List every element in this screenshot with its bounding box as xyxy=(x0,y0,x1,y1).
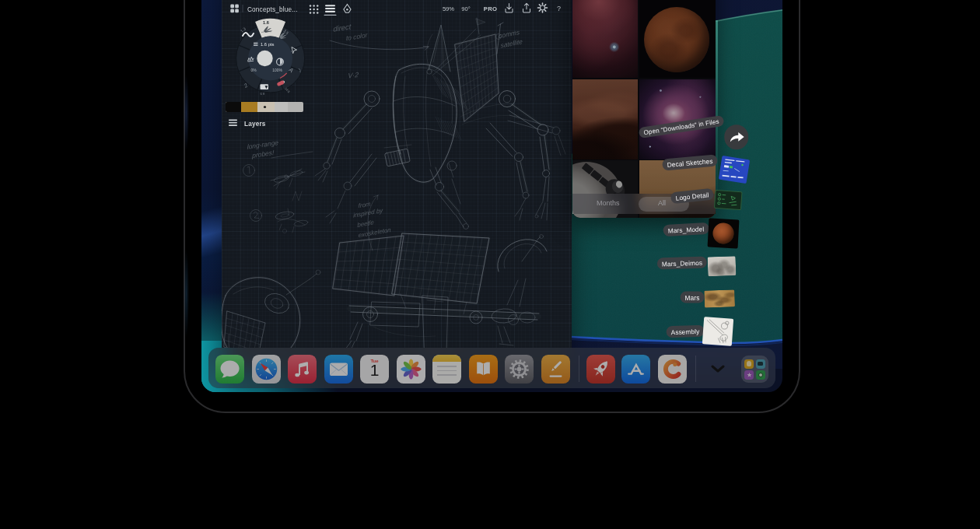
svg-text:?: ? xyxy=(557,5,561,12)
svg-text:direct: direct xyxy=(333,22,351,33)
svg-text:to color: to color xyxy=(346,31,369,43)
svg-text:6 8: 6 8 xyxy=(261,92,265,96)
svg-text:1.6: 1.6 xyxy=(263,20,269,25)
svg-text:100%: 100% xyxy=(272,68,282,72)
svg-text:beetle: beetle xyxy=(357,219,374,229)
svg-text:59%: 59% xyxy=(443,5,454,12)
svg-text:Layers: Layers xyxy=(244,121,266,128)
svg-text:1.6 pts: 1.6 pts xyxy=(261,42,275,47)
svg-text:V·2: V·2 xyxy=(348,71,359,80)
svg-text:PRO: PRO xyxy=(484,5,498,12)
svg-text:Concepts_blue...: Concepts_blue... xyxy=(247,6,298,13)
svg-text:14.5: 14.5 xyxy=(284,87,290,93)
svg-text:0%: 0% xyxy=(250,68,257,72)
svg-text:90°: 90° xyxy=(461,5,470,12)
svg-text:probes!: probes! xyxy=(251,149,275,159)
svg-text:from: from xyxy=(359,201,371,210)
svg-text:satellite: satellite xyxy=(500,37,523,50)
